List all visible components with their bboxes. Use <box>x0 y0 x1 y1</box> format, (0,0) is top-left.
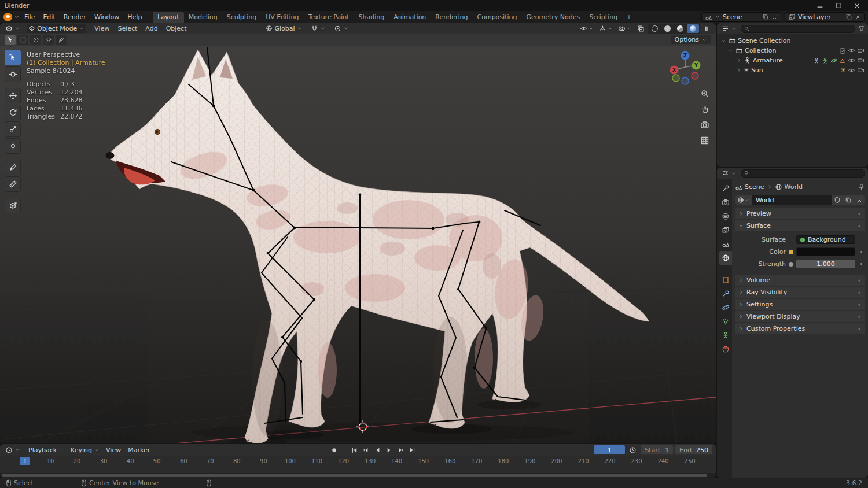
outliner-row-armature[interactable]: Armature <box>719 56 866 65</box>
tab-texture-paint[interactable]: Texture Paint <box>304 12 354 23</box>
timeline-track-area[interactable] <box>0 466 716 473</box>
gizmos-dropdown[interactable] <box>597 24 615 33</box>
tab-scripting[interactable]: Scripting <box>584 12 622 23</box>
unlink-scene-icon[interactable] <box>771 14 778 20</box>
maximize-button[interactable] <box>832 1 845 10</box>
tab-layout[interactable]: Layout <box>153 12 183 23</box>
options-button[interactable]: Options <box>671 35 711 44</box>
outliner-row-scene-collection[interactable]: Scene Collection <box>719 36 866 46</box>
menu-item[interactable]: Window <box>90 12 123 22</box>
scrollbar-handle[interactable] <box>2 474 707 477</box>
select-mode-lasso-button[interactable] <box>43 35 54 45</box>
properties-search-input[interactable] <box>752 170 862 176</box>
mode-dropdown[interactable]: Object Mode <box>27 24 86 33</box>
outliner-row-sun[interactable]: ☀ Sun ☀ <box>719 65 866 75</box>
tab-object-data[interactable] <box>719 328 732 342</box>
tab-particles[interactable] <box>719 315 732 328</box>
shading-material-button[interactable] <box>674 24 686 33</box>
menu-item[interactable]: Edit <box>39 12 59 22</box>
chevron-down-icon[interactable] <box>727 47 734 54</box>
overlays-dropdown[interactable] <box>616 24 634 33</box>
tab-render[interactable] <box>719 195 732 209</box>
panel-volume-header[interactable]: Volume <box>735 275 865 286</box>
playhead-marker[interactable]: 1 <box>20 457 30 465</box>
tool-measure[interactable] <box>5 176 21 192</box>
tool-transform[interactable] <box>5 138 21 154</box>
menu-marker[interactable]: Marker <box>125 446 153 454</box>
tool-add-cube[interactable] <box>5 198 21 213</box>
jump-to-end-button[interactable] <box>407 445 418 454</box>
add-workspace-button[interactable]: + <box>622 12 635 23</box>
pan-button[interactable] <box>699 103 711 115</box>
chevron-right-icon[interactable] <box>735 57 742 64</box>
outliner-row-collection[interactable]: Collection <box>719 46 866 56</box>
tab-geometry-nodes[interactable]: Geometry Nodes <box>521 12 584 23</box>
tool-move[interactable] <box>5 88 21 103</box>
animate-color-button[interactable] <box>858 249 864 254</box>
panel-ray-visibility-header[interactable]: Ray Visibility <box>735 287 865 298</box>
snapping-toggle[interactable] <box>309 25 328 32</box>
outliner-editor-type-button[interactable] <box>720 25 738 32</box>
viewlayer-selector[interactable]: ViewLayer <box>785 12 865 22</box>
hide-eye-icon[interactable] <box>848 47 855 54</box>
drag-grip-icon[interactable] <box>856 290 862 295</box>
select-mode-paint-button[interactable] <box>56 35 67 45</box>
close-button[interactable] <box>851 1 863 10</box>
timeline-editor-type-button[interactable] <box>3 446 22 454</box>
proportional-editing-toggle[interactable] <box>332 25 351 32</box>
blender-logo-icon[interactable] <box>3 13 12 21</box>
drag-grip-icon[interactable] <box>856 211 862 217</box>
outliner-search-input[interactable] <box>752 25 852 32</box>
strength-value-field[interactable]: 1.000 <box>796 260 855 268</box>
tool-rotate[interactable] <box>5 105 21 120</box>
disable-render-camera-icon[interactable] <box>857 57 865 64</box>
menu-item[interactable]: Help <box>123 12 146 22</box>
tab-uv-editing[interactable]: UV Editing <box>261 12 303 23</box>
breadcrumb-scene[interactable]: Scene <box>745 183 764 191</box>
menu-view[interactable]: View <box>91 24 113 33</box>
tab-rendering[interactable]: Rendering <box>431 12 472 23</box>
tool-cursor[interactable] <box>5 66 21 82</box>
tab-scene[interactable] <box>719 237 732 251</box>
fake-user-button[interactable] <box>832 195 843 205</box>
panel-custom-properties-header[interactable]: Custom Properties <box>735 323 865 334</box>
xray-toggle[interactable] <box>635 24 646 33</box>
remove-viewlayer-icon[interactable] <box>855 14 861 20</box>
drag-grip-icon[interactable] <box>856 223 862 229</box>
panel-preview-header[interactable]: Preview <box>735 208 865 219</box>
start-frame-field[interactable]: Start 1 <box>641 445 673 454</box>
tab-tool[interactable] <box>719 182 732 195</box>
outliner-search[interactable] <box>741 25 855 33</box>
browse-world-button[interactable] <box>735 195 752 205</box>
breadcrumb-world[interactable]: World <box>785 183 803 191</box>
world-color-swatch[interactable] <box>796 247 855 256</box>
timeline-scrollbar[interactable] <box>0 473 716 478</box>
disable-render-camera-icon[interactable] <box>857 47 865 54</box>
render-pause-button[interactable] <box>701 24 712 33</box>
prev-keyframe-button[interactable] <box>361 445 372 454</box>
properties-search[interactable] <box>741 169 865 178</box>
shading-rendered-button[interactable] <box>687 24 699 33</box>
minimize-button[interactable] <box>814 1 826 10</box>
chevron-right-icon[interactable] <box>735 67 742 73</box>
ortho-toggle-button[interactable] <box>699 135 711 146</box>
tab-view-layer[interactable] <box>719 223 732 237</box>
exclude-checkbox-icon[interactable] <box>839 47 846 54</box>
viewport-canvas[interactable]: User Perspective (1) Collection | Armatu… <box>0 46 716 443</box>
select-mode-box-button[interactable] <box>17 35 28 45</box>
tab-compositing[interactable]: Compositing <box>473 12 522 23</box>
tab-sculpting[interactable]: Sculpting <box>222 12 261 23</box>
hide-eye-icon[interactable] <box>848 66 855 74</box>
object-visibility-dropdown[interactable] <box>578 24 595 33</box>
transform-orientation-dropdown[interactable]: Global <box>264 25 304 32</box>
menu-item[interactable]: Render <box>60 12 90 22</box>
unlink-world-button[interactable] <box>854 195 865 205</box>
new-viewlayer-icon[interactable] <box>845 13 852 20</box>
scene-selector[interactable]: Scene <box>701 12 781 22</box>
zoom-button[interactable] <box>699 88 711 99</box>
jump-to-start-button[interactable] <box>349 445 360 454</box>
panel-settings-header[interactable]: Settings <box>735 299 865 310</box>
disable-render-camera-icon[interactable] <box>857 66 865 74</box>
menu-tl-view[interactable]: View <box>103 446 124 454</box>
chevron-down-icon[interactable] <box>720 38 727 44</box>
